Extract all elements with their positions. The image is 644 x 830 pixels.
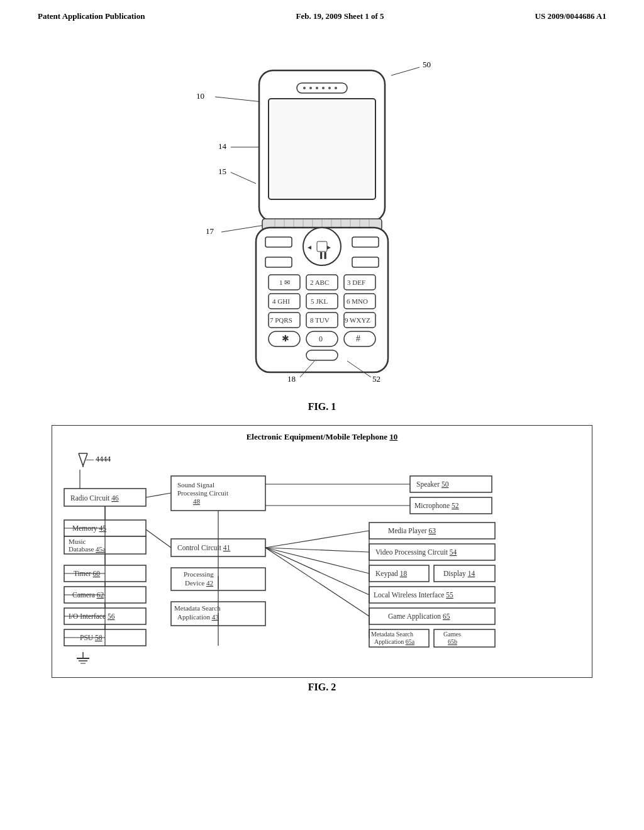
antenna-ref: — 4444 [86,455,111,464]
fig1-container: 50 10 14 15 17 [158,33,486,412]
svg-text:Database 45a: Database 45a [69,545,106,553]
svg-text:Keypad 18: Keypad 18 [375,570,407,578]
svg-line-0 [391,67,419,75]
svg-text:Local Wireless Interface 55: Local Wireless Interface 55 [374,591,453,599]
svg-rect-35 [265,257,292,267]
svg-text:Metadata Search: Metadata Search [371,631,413,638]
svg-text:Display 14: Display 14 [443,570,475,578]
svg-text:5 JKL: 5 JKL [311,297,328,305]
svg-text:48: 48 [193,497,201,505]
svg-line-3 [231,172,256,184]
ground-symbol-area [61,652,583,671]
svg-text:Media Player 63: Media Player 63 [388,527,436,535]
svg-text:Application 65a: Application 65a [374,638,415,645]
svg-text:1 ✉: 1 ✉ [279,279,290,286]
main-content: 50 10 14 15 17 [0,26,644,699]
svg-text:Processing: Processing [184,570,214,578]
svg-line-122 [265,531,369,548]
fig2-label: FIG. 2 [308,682,336,693]
patent-header: Patent Application Publication Feb. 19, … [0,0,644,26]
svg-line-125 [265,548,369,595]
svg-point-12 [335,87,337,89]
svg-text:#: # [356,334,360,343]
fig2-container: Electronic Equipment/Mobile Telephone 10… [52,425,592,678]
svg-text:Microphone 52: Microphone 52 [414,502,459,510]
svg-text:Device 42: Device 42 [185,579,213,587]
svg-line-118 [146,493,171,497]
svg-text:Processing Circuit: Processing Circuit [177,489,228,497]
svg-rect-36 [352,257,379,267]
svg-text:Games: Games [443,631,461,638]
header-right: US 2009/0044686 A1 [535,11,606,21]
svg-text:0: 0 [319,335,323,343]
svg-text:Video Processing Circuit 54: Video Processing Circuit 54 [375,548,457,556]
ref18-label: 18 [287,374,296,384]
svg-point-8 [309,87,312,89]
ref50-label: 50 [423,60,431,69]
ground-svg [74,652,111,671]
ref10-label: 10 [196,91,204,101]
fig2-title: Electronic Equipment/Mobile Telephone [247,432,387,441]
ref52-label: 52 [372,374,380,384]
svg-text:3 DEF: 3 DEF [347,279,365,286]
header-center: Feb. 19, 2009 Sheet 1 of 5 [296,11,384,21]
svg-text:Game Application 65: Game Application 65 [388,612,450,621]
svg-rect-14 [270,101,374,197]
header-left: Patent Application Publication [38,11,145,21]
svg-rect-31 [317,241,327,252]
svg-rect-61 [306,350,338,360]
svg-text:▐▐: ▐▐ [318,252,326,259]
svg-text:9 WXYZ: 9 WXYZ [345,316,370,324]
svg-text:6 MNO: 6 MNO [347,297,368,305]
ref17-label: 17 [206,226,214,236]
phone-drawing: 50 10 14 15 17 [158,33,486,397]
phone-svg: 50 10 14 15 17 [158,33,486,397]
block-diagram-svg: Radio Circuit 46 Memory 45 Music Databas… [61,470,583,652]
fig2-title-ref: 10 [389,432,397,441]
svg-point-10 [322,87,325,89]
svg-point-11 [328,87,331,89]
svg-text:2 ABC: 2 ABC [310,279,329,286]
svg-text:8 TUV: 8 TUV [310,316,330,324]
svg-text:Speaker 50: Speaker 50 [416,480,449,489]
svg-point-7 [303,87,306,89]
svg-rect-28 [265,237,292,247]
ref15-label: 15 [218,167,226,176]
antenna-area: — 4444 [61,448,583,467]
svg-text:Application 43: Application 43 [177,613,219,621]
svg-line-126 [265,548,369,616]
ref14-label: 14 [218,141,227,151]
svg-text:4 GHI: 4 GHI [272,297,290,305]
svg-line-64 [79,453,83,466]
svg-text:Control Circuit 41: Control Circuit 41 [177,544,231,551]
fig1-label: FIG. 1 [158,401,486,412]
fig2-title-line: Electronic Equipment/Mobile Telephone 10 [61,432,583,442]
svg-text:Sound Signal: Sound Signal [177,481,214,489]
svg-rect-29 [352,237,379,247]
svg-text:Metadata Search: Metadata Search [174,604,221,612]
svg-text:65b: 65b [448,638,457,645]
svg-line-1 [215,97,262,102]
svg-line-121 [146,529,171,548]
svg-text:Music: Music [69,538,86,545]
svg-text:7 PQRS: 7 PQRS [270,316,292,324]
svg-point-9 [316,87,318,89]
svg-text:✱: ✱ [282,334,289,343]
svg-text:◂: ◂ [308,243,311,252]
svg-text:▸: ▸ [327,243,331,252]
svg-text:Radio Circuit 46: Radio Circuit 46 [70,494,119,502]
